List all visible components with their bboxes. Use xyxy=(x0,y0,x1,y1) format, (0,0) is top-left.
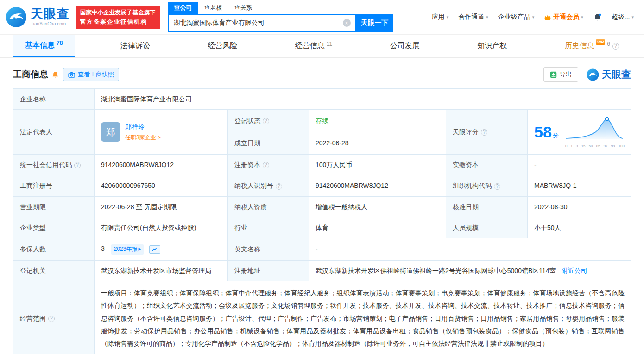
taxpayer-id-value: 91420600MABRW8JQ12 xyxy=(309,175,446,196)
score-cell: 58分 013155085979 xyxy=(528,110,631,155)
approval-date-label: 核准日期 xyxy=(446,196,528,217)
establish-date-label: 成立日期 xyxy=(228,132,309,154)
tab-legal-proceedings[interactable]: 法律诉讼 xyxy=(108,35,162,57)
tab-label: 知识产权 xyxy=(477,41,507,51)
chevron-down-icon: ▾ xyxy=(631,15,634,19)
tab-label: 法律诉讼 xyxy=(120,41,150,51)
search-input[interactable] xyxy=(169,19,343,27)
reg-no-label: 工商注册号 xyxy=(13,175,95,196)
tab-operating-risk[interactable]: 经营风险 xyxy=(196,35,249,57)
tab-label: 经营风险 xyxy=(208,41,237,51)
staff-size-value: 小于50人 xyxy=(528,217,631,238)
info-icon[interactable]: ? xyxy=(481,129,487,136)
crown-icon xyxy=(544,14,551,20)
approval-date-value: 2022-08-30 xyxy=(528,196,631,217)
certification-badge-line1: 国家中小企业发展子基金旗下 xyxy=(80,8,156,17)
staff-size-label: 人员规模 xyxy=(446,217,528,238)
export-icon xyxy=(550,71,557,78)
annual-report-tag[interactable]: 2023年报 ▸ xyxy=(111,244,144,254)
info-icon[interactable]: ? xyxy=(612,43,619,50)
table-row: 参保人数 3 2023年报 ▸ 英文名称 - xyxy=(13,238,631,260)
table-row: 企业名称 湖北淘蜜国际体育产业有限公司 xyxy=(13,89,631,110)
table-row: 法定代表人 郑 郑祥玲 任职3家企业 > 登记状态? 存续 天眼评分? xyxy=(13,110,631,132)
tab-intellectual-property[interactable]: 知识产权 xyxy=(465,35,519,57)
top-header: 天眼查 TianYanCha.com 国家中小企业发展子基金旗下 官方备案企业征… xyxy=(0,0,644,35)
bell-icon xyxy=(593,13,602,22)
chevron-down-icon: ▾ xyxy=(532,15,535,19)
chevron-down-icon: ▾ xyxy=(447,15,449,19)
top-nav: 应用 ▾ 合作通道 ▾ 企业级产品 ▾ 开通会员 ▾ 超级... xyxy=(432,13,634,22)
nav-user-account[interactable]: 超级... ▾ xyxy=(612,13,634,21)
nearby-companies-link[interactable]: 附近公司 xyxy=(561,267,587,274)
nav-cooperation[interactable]: 合作通道 ▾ xyxy=(458,13,488,21)
search-tab-relation[interactable]: 查关系 xyxy=(228,2,259,14)
tianyancha-logo-icon xyxy=(6,6,27,28)
section-title: 工商信息 xyxy=(13,68,48,81)
reg-authority-label: 登记机关 xyxy=(13,260,95,281)
search-button[interactable]: 天眼一下 xyxy=(356,14,393,32)
insured-trend-icon[interactable] xyxy=(149,245,160,254)
org-code-value: MABRW8JQ-1 xyxy=(528,175,631,196)
info-icon[interactable]: ? xyxy=(276,183,282,190)
tianyancha-watermark: 天眼查 xyxy=(587,68,631,81)
legal-rep-label: 法定代表人 xyxy=(13,110,95,155)
paid-capital-label: 实缴资本 xyxy=(446,155,528,175)
business-registration-table: 企业名称 湖北淘蜜国际体育产业有限公司 法定代表人 郑 郑祥玲 任职3家企业 >… xyxy=(13,88,631,354)
clear-icon[interactable]: × xyxy=(343,19,351,27)
search-box: × xyxy=(168,14,356,32)
notifications-bell[interactable] xyxy=(593,13,602,22)
nav-open-membership[interactable]: 开通会员 ▾ xyxy=(544,13,583,21)
credit-code-label: 统一社会信用代码? xyxy=(13,155,95,175)
table-row: 工商注册号 420600000967650 纳税人识别号? 91420600MA… xyxy=(13,175,631,196)
info-icon[interactable]: ? xyxy=(48,316,55,322)
info-icon[interactable]: ? xyxy=(263,162,269,168)
table-row: 统一社会信用代码? 91420600MABRW8JQ12 注册资本? 100万人… xyxy=(13,155,631,175)
english-name-label: 英文名称 xyxy=(228,238,309,260)
reg-no-value: 420600000967650 xyxy=(95,175,228,196)
legal-rep-avatar[interactable]: 郑 xyxy=(101,122,120,142)
info-icon[interactable]: ? xyxy=(263,118,269,124)
search-tab-boss[interactable]: 查老板 xyxy=(198,2,228,14)
taxpayer-id-label: 纳税人识别号? xyxy=(228,175,309,196)
search-tabs: 查公司 查老板 查关系 xyxy=(168,2,393,14)
credit-code-value: 91420600MABRW8JQ12 xyxy=(95,155,228,175)
score-distribution-chart: 0131550859799100 xyxy=(565,115,625,149)
insured-count-value: 3 xyxy=(101,245,105,252)
industry-value: 体育 xyxy=(309,217,446,238)
business-term-value: 2022-06-28 至 无固定期限 xyxy=(95,196,228,217)
camera-icon xyxy=(68,72,75,78)
business-registration-header: 工商信息 查看工商快照 导出 xyxy=(0,58,644,88)
tab-count: 6 xyxy=(607,41,610,47)
nav-enterprise-products[interactable]: 企业级产品 ▾ xyxy=(498,13,535,21)
tab-business-info[interactable]: 经营信息 11 xyxy=(283,35,344,57)
company-name-label: 企业名称 xyxy=(13,89,95,110)
reg-capital-value: 100万人民币 xyxy=(309,155,446,175)
tab-history-info[interactable]: 历史信息 VIP 6 ? xyxy=(553,35,631,57)
business-scope-label: 经营范围? xyxy=(13,281,95,354)
reg-address-cell: 武汉东湖新技术开发区佛祖岭街道佛祖岭一路2号光谷国际网球中心5000馆B区114… xyxy=(309,260,631,281)
info-icon[interactable]: ? xyxy=(74,162,81,168)
export-button[interactable]: 导出 xyxy=(543,67,578,82)
legal-rep-companies-link[interactable]: 任职3家企业 > xyxy=(125,134,161,142)
reg-address-label: 注册地址 xyxy=(228,260,309,281)
legal-rep-name-link[interactable]: 郑祥玲 xyxy=(125,123,145,130)
logo-domain-text: TianYanCha.com xyxy=(31,21,69,26)
tab-company-development[interactable]: 公司发展 xyxy=(378,35,432,57)
taxpayer-quality-value: 增值税一般纳税人 xyxy=(309,196,446,217)
search-tab-company[interactable]: 查公司 xyxy=(168,2,198,14)
info-icon[interactable]: ? xyxy=(494,183,500,190)
org-code-label: 组织机构代码? xyxy=(446,175,528,196)
legal-rep-cell: 郑 郑祥玲 任职3家企业 > xyxy=(95,110,228,155)
reg-capital-label: 注册资本? xyxy=(228,155,309,175)
tianyancha-logo[interactable]: 天眼查 TianYanCha.com xyxy=(6,6,69,28)
table-row: 营业期限 2022-06-28 至 无固定期限 纳税人资质 增值税一般纳税人 核… xyxy=(13,196,631,217)
view-snapshot-button[interactable]: 查看工商快照 xyxy=(63,68,119,81)
chevron-down-icon: ▾ xyxy=(581,15,583,19)
nav-apps[interactable]: 应用 ▾ xyxy=(432,13,449,21)
table-row: 企业类型 有限责任公司(自然人投资或控股) 行业 体育 人员规模 小于50人 xyxy=(13,217,631,238)
tab-basic-info[interactable]: 基本信息 78 xyxy=(13,35,75,57)
score-value: 58分 xyxy=(534,124,559,140)
business-term-label: 营业期限 xyxy=(13,196,95,217)
monitor-bell-icon[interactable] xyxy=(51,71,59,79)
english-name-value: - xyxy=(309,238,631,260)
